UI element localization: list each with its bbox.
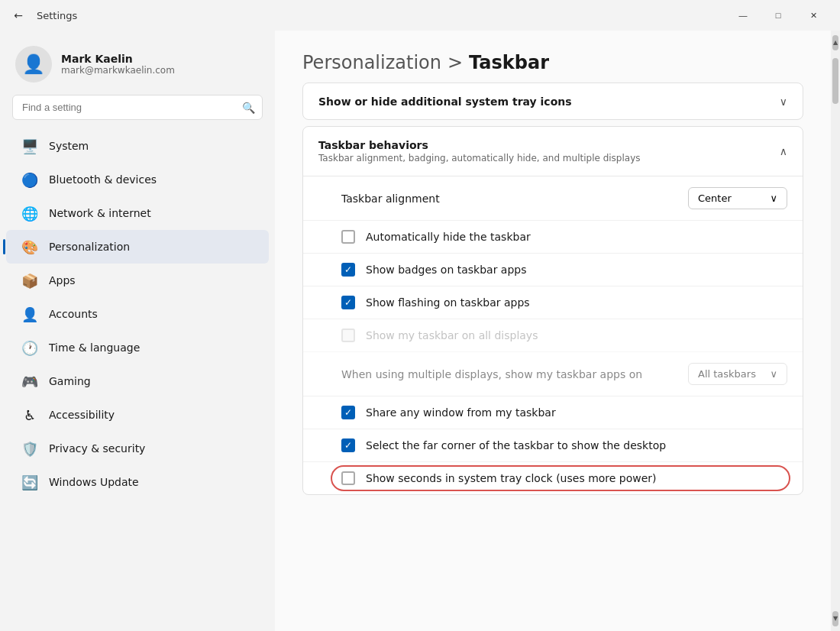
flashing-checkbox[interactable] <box>341 296 355 309</box>
sidebar-label-gaming: Gaming <box>49 375 91 387</box>
privacy-icon: 🛡️ <box>21 440 38 457</box>
maximize-button[interactable]: □ <box>761 3 796 28</box>
sidebar-label-apps: Apps <box>49 274 76 286</box>
network-icon: 🌐 <box>21 205 38 222</box>
back-button[interactable]: ← <box>9 6 27 24</box>
alignment-row: Taskbar alignment Center ∨ <box>303 176 803 221</box>
window-controls: — □ ✕ <box>725 3 831 28</box>
scrollbar-thumb[interactable] <box>832 58 838 104</box>
avatar-icon: 👤 <box>22 53 45 75</box>
auto-hide-row: Automatically hide the taskbar <box>303 221 803 254</box>
sidebar-label-bluetooth: Bluetooth & devices <box>49 173 157 186</box>
sidebar-item-accounts[interactable]: 👤 Accounts <box>6 297 269 331</box>
sidebar-label-accounts: Accounts <box>49 308 98 320</box>
alignment-label: Taskbar alignment <box>341 193 677 205</box>
sidebar-label-system: System <box>49 140 89 152</box>
update-icon: 🔄 <box>21 474 38 490</box>
show-seconds-row: Show seconds in system tray clock (uses … <box>303 462 803 494</box>
sidebar-nav: 🖥️ System 🔵 Bluetooth & devices 🌐 Networ… <box>0 129 275 499</box>
all-displays-checkbox[interactable] <box>341 328 355 342</box>
sidebar-label-update: Windows Update <box>49 476 139 488</box>
breadcrumb-current: Taskbar <box>469 52 549 73</box>
all-displays-row: Show my taskbar on all displays <box>303 319 803 352</box>
sidebar-item-gaming[interactable]: 🎮 Gaming <box>6 364 269 398</box>
accounts-icon: 👤 <box>21 306 38 322</box>
alignment-dropdown-icon: ∨ <box>770 193 777 204</box>
bluetooth-icon: 🔵 <box>21 171 38 188</box>
close-button[interactable]: ✕ <box>796 3 831 28</box>
sidebar-item-network[interactable]: 🌐 Network & internet <box>6 196 269 230</box>
sidebar-item-accessibility[interactable]: ♿ Accessibility <box>6 398 269 432</box>
behaviors-section-header[interactable]: Taskbar behaviors Taskbar alignment, bad… <box>303 127 803 176</box>
system-tray-header-text: Show or hide additional system tray icon… <box>318 94 572 108</box>
behaviors-subtitle: Taskbar alignment, badging, automaticall… <box>318 153 641 163</box>
sidebar-label-privacy: Privacy & security <box>49 442 145 455</box>
system-icon: 🖥️ <box>21 138 38 154</box>
user-email: mark@markwkaelin.com <box>61 65 175 76</box>
auto-hide-label: Automatically hide the taskbar <box>366 231 787 243</box>
behaviors-title: Taskbar behaviors <box>318 139 641 151</box>
flashing-label: Show flashing on taskbar apps <box>366 296 787 309</box>
flashing-row: Show flashing on taskbar apps <box>303 286 803 319</box>
behaviors-header-text: Taskbar behaviors Taskbar alignment, bad… <box>318 139 641 163</box>
sidebar-label-accessibility: Accessibility <box>49 409 115 421</box>
scrollbar-down-button[interactable]: ▼ <box>832 611 838 626</box>
personalization-icon: 🎨 <box>21 238 38 255</box>
sidebar-item-privacy[interactable]: 🛡️ Privacy & security <box>6 432 269 465</box>
share-window-checkbox[interactable] <box>341 406 355 419</box>
multi-display-dropdown[interactable]: All taskbars ∨ <box>688 363 787 385</box>
system-tray-section: Show or hide additional system tray icon… <box>302 83 803 120</box>
gaming-icon: 🎮 <box>21 373 38 390</box>
all-displays-label: Show my taskbar on all displays <box>366 329 787 341</box>
sidebar-item-bluetooth[interactable]: 🔵 Bluetooth & devices <box>6 163 269 196</box>
sidebar: 👤 Mark Kaelin mark@markwkaelin.com 🔍 🖥️ … <box>0 31 275 631</box>
scrollbar-up-button[interactable]: ▲ <box>832 35 838 50</box>
accessibility-icon: ♿ <box>21 406 38 423</box>
sidebar-item-time[interactable]: 🕐 Time & language <box>6 331 269 364</box>
titlebar: ← Settings — □ ✕ <box>0 0 840 31</box>
search-box: 🔍 <box>12 95 263 120</box>
alignment-dropdown[interactable]: Center ∨ <box>688 187 787 209</box>
avatar: 👤 <box>15 46 52 83</box>
sidebar-label-network: Network & internet <box>49 207 151 219</box>
sidebar-item-update[interactable]: 🔄 Windows Update <box>6 465 269 499</box>
page-header: Personalization > Taskbar <box>275 31 831 83</box>
search-icon: 🔍 <box>242 102 255 114</box>
auto-hide-checkbox[interactable] <box>341 230 355 244</box>
main-content: Personalization > Taskbar Show or hide a… <box>275 31 831 631</box>
badges-label: Show badges on taskbar apps <box>366 264 787 276</box>
time-icon: 🕐 <box>21 339 38 356</box>
corner-desktop-row: Select the far corner of the taskbar to … <box>303 429 803 462</box>
behaviors-chevron-icon: ∧ <box>780 145 787 157</box>
back-icon: ← <box>14 9 23 21</box>
sidebar-item-apps[interactable]: 📦 Apps <box>6 264 269 297</box>
user-profile: 👤 Mark Kaelin mark@markwkaelin.com <box>0 31 275 95</box>
breadcrumb: Personalization > Taskbar <box>302 52 803 73</box>
multi-display-row: When using multiple displays, show my ta… <box>303 352 803 396</box>
apps-icon: 📦 <box>21 272 38 289</box>
behaviors-section: Taskbar behaviors Taskbar alignment, bad… <box>302 126 803 495</box>
multi-display-value: All taskbars <box>698 368 756 380</box>
multi-display-dropdown-icon: ∨ <box>770 368 777 380</box>
sidebar-label-personalization: Personalization <box>49 241 130 253</box>
show-seconds-checkbox[interactable] <box>341 471 355 485</box>
sidebar-label-time: Time & language <box>49 341 140 354</box>
sidebar-item-system[interactable]: 🖥️ System <box>6 129 269 163</box>
show-seconds-label: Show seconds in system tray clock (uses … <box>366 472 787 484</box>
user-info: Mark Kaelin mark@markwkaelin.com <box>61 53 175 76</box>
alignment-value: Center <box>698 193 732 204</box>
corner-desktop-checkbox[interactable] <box>341 438 355 452</box>
badges-row: Show badges on taskbar apps <box>303 254 803 286</box>
breadcrumb-parent: Personalization <box>302 52 441 73</box>
scrollbar-track[interactable]: ▲ ▼ <box>831 31 840 631</box>
user-name: Mark Kaelin <box>61 53 175 65</box>
system-tray-section-header[interactable]: Show or hide additional system tray icon… <box>303 83 803 119</box>
corner-desktop-label: Select the far corner of the taskbar to … <box>366 439 787 451</box>
share-window-label: Share any window from my taskbar <box>366 406 787 419</box>
badges-checkbox[interactable] <box>341 263 355 277</box>
minimize-button[interactable]: — <box>725 3 761 28</box>
sidebar-item-personalization[interactable]: 🎨 Personalization <box>6 230 269 264</box>
app-title: Settings <box>37 10 77 21</box>
system-tray-chevron-icon: ∨ <box>780 95 787 108</box>
search-input[interactable] <box>12 95 263 120</box>
